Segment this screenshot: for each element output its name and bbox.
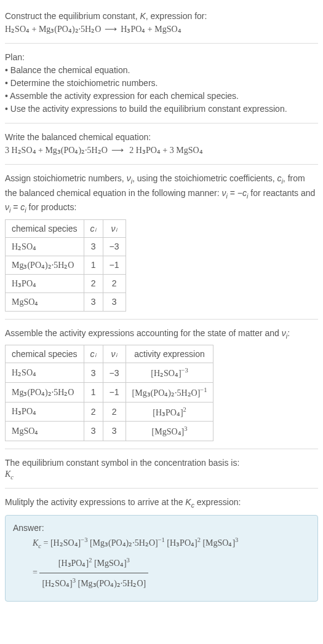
plus: + (145, 25, 154, 34)
cell-nu: −1 (103, 256, 126, 274)
table-row: H₃PO₄ 2 2 [H₃PO₄]2 (6, 402, 213, 422)
cell-species: H₃PO₄ (6, 274, 84, 293)
col-nu: νᵢ (103, 219, 126, 237)
product-2: MgSO₄ (176, 146, 202, 155)
sub-c: c (10, 474, 14, 481)
table-row: MgSO₄ 3 3 [MgSO₄]3 (6, 422, 213, 441)
nu-symbol: νi (127, 173, 132, 183)
exp: −3 (81, 536, 87, 543)
exp: 3 (73, 577, 76, 584)
base: [MgSO₄] (202, 538, 235, 548)
table-row: H₂SO₄ 3 −3 (6, 237, 126, 256)
table-row: H₃PO₄ 2 2 (6, 274, 126, 293)
kc-symbol-section: The equilibrium constant symbol in the c… (5, 452, 318, 485)
cell-species: MgSO₄ (6, 293, 84, 311)
exp: 3 (127, 557, 130, 564)
exp: 2 (89, 557, 92, 564)
col-c: cᵢ (84, 219, 103, 237)
table-header-row: chemical species cᵢ νᵢ (6, 219, 126, 237)
intro-text-post: , expression for: (146, 11, 207, 21)
kc-sym: Kc (185, 497, 194, 507)
text: , using the stoichiometric coefficients, (132, 173, 277, 183)
stoich-text: Assign stoichiometric numbers, νi, using… (5, 172, 318, 216)
denominator: [H₂SO₄]3 [Mg₃(PO₄)₂·5H₂O] (39, 573, 148, 593)
stoich-table: chemical species cᵢ νᵢ H₂SO₄ 3 −3 Mg₃(PO… (5, 219, 126, 312)
intro-section: Construct the equilibrium constant, K, e… (5, 5, 318, 41)
cell-species: MgSO₄ (6, 422, 84, 441)
coef: 2 (127, 146, 136, 155)
cell-nu: 2 (103, 274, 126, 293)
base: [H₃PO₄] (58, 558, 89, 567)
cell-nu: 3 (103, 422, 126, 441)
base: [MgSO₄] (152, 427, 185, 436)
plan-bullet: • Balance the chemical equation. (5, 64, 318, 77)
table-row: Mg₃(PO₄)₂·5H₂O 1 −1 (6, 256, 126, 274)
stoich-section: Assign stoichiometric numbers, νi, using… (5, 167, 318, 316)
col-c: cᵢ (84, 345, 103, 363)
c-sym: ci (242, 188, 248, 198)
c-symbol: ci (277, 173, 283, 183)
text: expression: (194, 497, 241, 507)
multiply-text: Mulitply the activity expressions to arr… (5, 496, 318, 511)
cell-nu: 2 (103, 402, 126, 422)
nu: ν (282, 328, 286, 338)
cell-species: H₂SO₄ (6, 237, 84, 256)
c: c (242, 188, 247, 198)
reactant-1: H₂SO₄ (5, 25, 30, 34)
answer-formula: Kc = [H₂SO₄]−3 [Mg₃(PO₄)₂·5H₂O]−1 [H₃PO₄… (13, 533, 310, 593)
text: Assign stoichiometric numbers, (5, 173, 127, 183)
reactant-2: Mg₃(PO₄)₂·5H₂O (39, 25, 101, 34)
col-species: chemical species (6, 219, 84, 237)
text: Mulitply the activity expressions to arr… (5, 497, 185, 507)
fraction: [H₃PO₄]2 [MgSO₄]3 [H₂SO₄]3 [Mg₃(PO₄)₂·5H… (39, 553, 148, 594)
exp: 3 (184, 425, 187, 432)
base: [Mg₃(PO₄)₂·5H₂O] (132, 388, 201, 398)
coef-plus: + 3 (161, 146, 176, 155)
plan-bullet: • Use the activity expressions to build … (5, 103, 318, 116)
cell-species: Mg₃(PO₄)₂·5H₂O (6, 256, 84, 274)
product-1: H₃PO₄ (121, 25, 145, 34)
divider (5, 449, 318, 449)
col-nu: νᵢ (103, 345, 126, 363)
divider (5, 319, 318, 320)
text: for reactants and (248, 188, 315, 198)
divider (5, 164, 318, 165)
balanced-equation: 3 H₂SO₄ + Mg₃(PO₄)₂·5H₂O⟶ 2 H₃PO₄ + 3 Mg… (5, 144, 318, 157)
product-2: MgSO₄ (154, 25, 181, 34)
cell-c: 3 (84, 237, 103, 256)
term-4: [MgSO₄]3 (202, 538, 238, 548)
multiply-section: Mulitply the activity expressions to arr… (5, 491, 318, 607)
cell-c: 3 (84, 293, 103, 311)
arrow-icon: ⟶ (111, 144, 124, 157)
activity-table: chemical species cᵢ νᵢ activity expressi… (5, 345, 213, 441)
plan-bullet: • Determine the stoichiometric numbers. (5, 77, 318, 90)
kc-symbol: Kc (5, 469, 318, 481)
base: [Mg₃(PO₄)₂·5H₂O] (78, 579, 146, 588)
activity-text: Assemble the activity expressions accoun… (5, 327, 318, 342)
plus: + (30, 25, 39, 34)
cell-species: H₃PO₄ (6, 402, 84, 422)
K: K (185, 497, 191, 507)
base: [Mg₃(PO₄)₂·5H₂O] (90, 538, 158, 548)
base: [H₂SO₄] (50, 538, 81, 548)
term-2: [Mg₃(PO₄)₂·5H₂O]−1 (90, 538, 165, 548)
table-header-row: chemical species cᵢ νᵢ activity expressi… (6, 345, 213, 363)
cell-c: 2 (84, 274, 103, 293)
eq: = (41, 538, 50, 548)
table-row: Mg₃(PO₄)₂·5H₂O 1 −1 [Mg₃(PO₄)₂·5H₂O]−1 (6, 382, 213, 402)
product-1: H₃PO₄ (136, 146, 161, 155)
cell-activity: [MgSO₄]3 (126, 422, 213, 441)
cell-nu: −3 (103, 237, 126, 256)
cell-nu: −3 (103, 363, 126, 383)
plan-section: Plan: • Balance the chemical equation. •… (5, 46, 318, 120)
cell-activity: [H₃PO₄]2 (126, 402, 213, 422)
text: : (287, 328, 290, 338)
text: = (10, 202, 20, 212)
intro-line: Construct the equilibrium constant, K, e… (5, 10, 318, 23)
col-activity: activity expression (126, 345, 213, 363)
kc: Kc (33, 538, 41, 548)
text: for products: (26, 202, 77, 212)
c: c (277, 173, 282, 183)
cell-nu: 3 (103, 293, 126, 311)
reactant-1: H₂SO₄ (12, 146, 36, 155)
